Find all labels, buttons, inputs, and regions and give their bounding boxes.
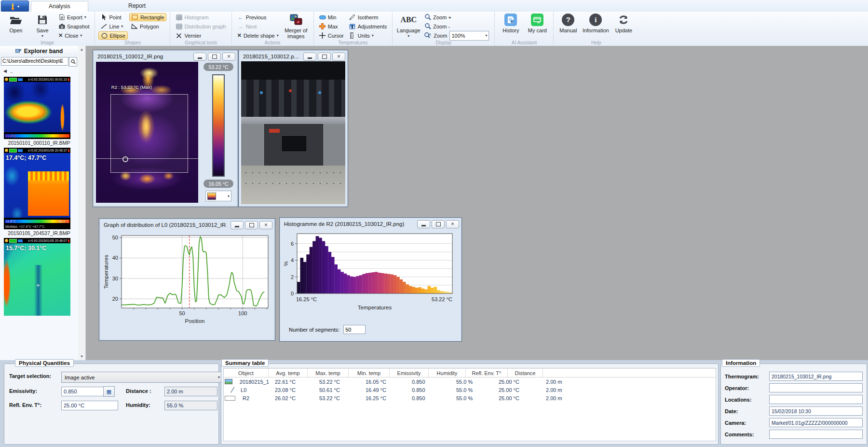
svg-text:6: 6: [291, 241, 294, 247]
humidity-input[interactable]: 55.0 %: [164, 401, 217, 410]
app-menu-button[interactable]: ▾: [1, 0, 29, 12]
comments-input[interactable]: [769, 430, 863, 439]
window-title-bar[interactable]: 20180215_103012.p... ✕: [239, 50, 348, 61]
summary-row-r2[interactable]: R2 26.02 °C53.22 °C 16.25 °C0.850 55.0 %…: [224, 394, 716, 402]
explorer-up-item[interactable]: ◀ ..: [0, 67, 78, 75]
minimize-button[interactable]: [231, 221, 244, 229]
emissivity-input[interactable]: 0.850: [61, 387, 105, 396]
l0-line-shape[interactable]: [96, 158, 198, 159]
max-button[interactable]: Max: [317, 22, 346, 30]
battery-tip-icon: [68, 78, 69, 81]
emissivity-table-button[interactable]: ▦: [103, 386, 115, 397]
next-button: → Next: [235, 22, 281, 30]
isotherm-button[interactable]: Isotherm: [347, 13, 389, 21]
thermogram-input[interactable]: 20180215_103012_IR.png: [769, 372, 863, 381]
tab-analysis[interactable]: Analysis: [31, 1, 88, 12]
rectangle-button[interactable]: Rectangle: [129, 13, 167, 21]
close-button[interactable]: ✕ Close▾: [56, 31, 91, 40]
window-title-bar[interactable]: Histogramme de R2 (20180215_103012_IR.pn…: [280, 218, 461, 229]
line-button[interactable]: Line▾: [98, 22, 127, 30]
thermal-image[interactable]: R2 : 53.22 °C (Max): [96, 62, 198, 203]
explorer-path-input[interactable]: C:\Users\albrecht\Desktop\E: [1, 57, 68, 66]
previous-button[interactable]: ← Previous: [235, 13, 281, 21]
select-chevron-icon: ▾: [218, 375, 220, 379]
svg-text:20: 20: [112, 296, 118, 302]
units-button[interactable]: Units▾: [347, 31, 389, 40]
operator-input[interactable]: [769, 383, 863, 392]
vernier-button[interactable]: Vernier: [174, 31, 228, 40]
svg-text:Temperatures: Temperatures: [358, 305, 392, 310]
segments-input[interactable]: [343, 325, 366, 334]
photo-image-window[interactable]: 20180215_103012.p... ✕: [238, 50, 348, 207]
thumbnail-20150105-204607[interactable]: ε=0.93 2015/01/05 20:46:07 15.7°C; 30.1°…: [4, 238, 70, 316]
open-button[interactable]: Open: [3, 13, 28, 34]
units-ruler-icon: [349, 32, 356, 39]
date-input[interactable]: 15/02/2018 10:30: [769, 406, 863, 416]
delete-shape-button[interactable]: ✕ Delete shape▾: [235, 31, 281, 40]
zoom-out-button[interactable]: Zoom -: [422, 22, 491, 30]
visible-photo-image[interactable]: [241, 61, 345, 204]
point-button[interactable]: Point: [98, 13, 127, 21]
minimize-button[interactable]: [193, 53, 206, 61]
locations-input[interactable]: [769, 395, 863, 404]
palette-combobox[interactable]: ▾: [205, 191, 231, 201]
language-button[interactable]: ABC Language ▾: [396, 13, 421, 40]
polygon-button[interactable]: Polygon: [129, 22, 167, 30]
merger-of-images-button[interactable]: Merger of images: [282, 13, 310, 40]
zoom-in-button[interactable]: Zoom +: [422, 13, 491, 21]
zoom-percent-combobox[interactable]: 100%▾: [449, 31, 489, 41]
thumbnail-20150105-204537[interactable]: ε=0.93 2015/01/05 20:45:37 17.4°C; 47.7°…: [4, 148, 70, 229]
thumbnail-20150101[interactable]: ε=0.93 2015/01/01 00:01:10 21.4°C43.0°C: [4, 77, 70, 139]
cursor-button[interactable]: Cursor: [317, 31, 346, 40]
maximize-button[interactable]: [208, 53, 221, 61]
close-window-button[interactable]: ✕: [222, 53, 235, 61]
minimize-button[interactable]: [303, 53, 316, 61]
summary-row-image[interactable]: 20180215_1 22.61 °C53.22 °C 16.05 °C0.85…: [224, 377, 716, 386]
save-button[interactable]: Save ▾: [30, 13, 55, 40]
thumbnail-caption: 20150101_000110_IR.BMP: [0, 140, 78, 146]
my-card-button[interactable]: My card: [525, 13, 550, 34]
scroll-down-icon[interactable]: ▼: [78, 353, 85, 360]
window-title-bar[interactable]: Graph of distribution of L0 (20180215_10…: [99, 219, 275, 230]
export-button[interactable]: Export▾: [56, 13, 91, 21]
manual-button[interactable]: ? Manual: [557, 13, 579, 34]
vernier-icon: [176, 32, 182, 39]
close-window-button[interactable]: ✕: [259, 221, 272, 229]
tab-report[interactable]: Report: [111, 1, 163, 11]
target-selection-select[interactable]: Image active ▾: [61, 372, 223, 383]
distribution-chart-area: 2030405050100PositionTemperatures: [102, 230, 272, 338]
information-button[interactable]: i Information: [581, 13, 610, 34]
camera-input[interactable]: Market/01.01g/ZZZZZ/000000000: [769, 418, 863, 427]
minimize-button[interactable]: [417, 220, 430, 228]
adjustments-button[interactable]: Adjustments: [347, 22, 389, 30]
maximize-button[interactable]: [432, 220, 445, 228]
close-window-button[interactable]: ✕: [446, 220, 459, 228]
window-title-bar[interactable]: 20180215_103012_IR.png ✕: [93, 50, 238, 61]
close-window-button[interactable]: ✕: [332, 53, 345, 61]
ribbon-group-ai-assistant: History My card AI Assistant: [495, 12, 554, 46]
snapshot-button[interactable]: Snapshot: [56, 22, 91, 30]
thermal-image-window[interactable]: 20180215_103012_IR.png ✕ R2 : 53.22 °C (…: [93, 50, 238, 207]
summary-table-header: ObjectAvg. temp Max. tempMin. temp Emiss…: [224, 368, 716, 377]
explorer-search-button[interactable]: [69, 57, 77, 67]
distribution-graph-window[interactable]: Graph of distribution of L0 (20180215_10…: [99, 218, 275, 341]
merger-images-icon: [290, 14, 302, 26]
ellipse-button[interactable]: Ellipse: [98, 31, 127, 40]
distance-input[interactable]: 2.00 m: [164, 387, 217, 396]
update-button[interactable]: Update: [612, 13, 635, 34]
explorer-scrollbar[interactable]: ▲ ▼: [78, 46, 86, 360]
maximize-button[interactable]: [318, 53, 331, 61]
date-label: Date:: [725, 408, 769, 414]
r2-rectangle-shape[interactable]: [110, 94, 188, 173]
thermometer-icon: [11, 3, 15, 10]
histogram-window[interactable]: Histogramme de R2 (20180215_103012_IR.pn…: [279, 217, 462, 342]
scroll-up-icon[interactable]: ▲: [78, 46, 85, 53]
min-button[interactable]: Min: [317, 13, 346, 21]
history-button[interactable]: History: [498, 13, 523, 34]
temperature-color-scale[interactable]: [212, 74, 225, 177]
palette-swatch-icon: [207, 193, 216, 200]
maximize-button[interactable]: [245, 221, 258, 229]
refl-env-input[interactable]: 25.00 °C: [61, 401, 118, 410]
ribbon-group-graphical-tools: Histogram Distribution graph Vernier Gra…: [170, 12, 231, 46]
summary-row-l0[interactable]: ╱L0 23.08 °C50.61 °C 16.49 °C0.850 55.0 …: [224, 386, 716, 394]
